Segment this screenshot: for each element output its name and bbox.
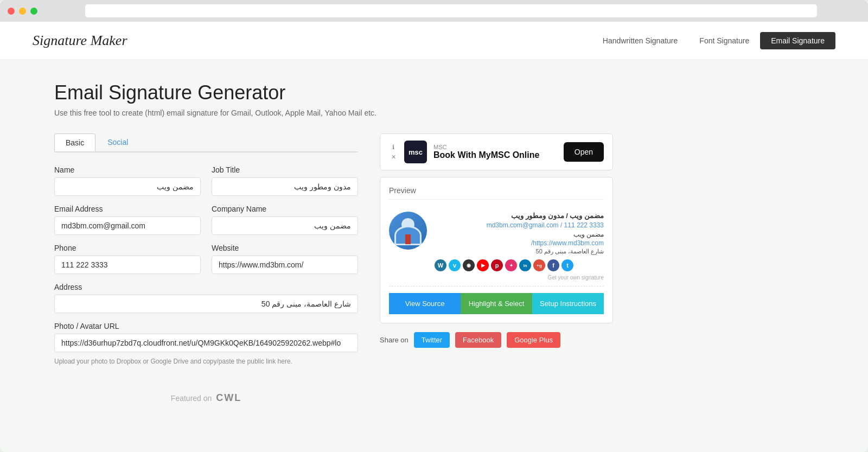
ad-text: MSC Book With MyMSC Online (433, 144, 557, 160)
setup-instructions-button[interactable]: Setup Instructions (532, 293, 604, 314)
signature-preview: مضمن ويب / مدون ومطور ويب md3bm.com@gmai… (389, 206, 604, 287)
sig-content: مضمن ويب / مدون ومطور ويب md3bm.com@gmai… (389, 212, 604, 281)
share-gplus-button[interactable]: Google Plus (507, 332, 560, 348)
social-youtube-icon[interactable]: ▶ (477, 259, 489, 271)
social-github-icon[interactable]: ◉ (463, 259, 475, 271)
featured-logo: CWL (216, 392, 241, 403)
ad-open-button[interactable]: Open (564, 142, 604, 162)
form-group-email: Email Address (54, 205, 201, 235)
sig-website: https://www.md3bm.com/ (435, 239, 604, 247)
main-layout: Basic Social Name Job Title Email Addres… (54, 133, 814, 404)
phone-label: Phone (54, 244, 201, 252)
email-label: Email Address (54, 205, 201, 213)
preview-section: ℹ ✕ msc MSC Book With MyMSC Online Open … (380, 133, 613, 348)
photo-label: Photo / Avatar URL (54, 322, 358, 330)
page-title: Email Signature Generator (54, 81, 814, 104)
share-row: Share on Twitter Facebook Google Plus (380, 332, 613, 348)
name-input[interactable] (54, 177, 201, 196)
social-facebook-icon[interactable]: f (547, 259, 559, 271)
close-button[interactable] (8, 8, 15, 15)
logo: Signature Maker (33, 33, 592, 49)
sig-company: مضمن ويب (435, 231, 604, 238)
avatar (389, 212, 427, 250)
tab-social[interactable]: Social (97, 133, 139, 151)
featured-on: Featured on CWL (54, 392, 358, 404)
form-group-name: Name (54, 165, 201, 196)
sig-address: شارع العاصمة، مبنى رقم 50 (435, 248, 604, 255)
ad-banner: ℹ ✕ msc MSC Book With MyMSC Online Open (380, 133, 613, 170)
address-label: Address (54, 283, 358, 291)
featured-text: Featured on (171, 394, 212, 403)
form-group-website: Website (212, 244, 358, 274)
ad-info-icon[interactable]: ℹ (389, 143, 398, 151)
website-label: Website (212, 244, 358, 252)
social-linkedin-icon[interactable]: in (519, 259, 531, 271)
share-label: Share on (380, 336, 409, 344)
company-input[interactable] (212, 217, 358, 235)
page-subtitle: Use this free tool to create (html) emai… (54, 109, 814, 117)
view-source-button[interactable]: View Source (389, 293, 461, 314)
upload-hint: Upload your photo to Dropbox or Google D… (54, 358, 358, 365)
sig-own-signature: Get your own signature (435, 275, 604, 281)
ad-company: MSC (433, 144, 557, 150)
preview-label: Preview (389, 186, 604, 200)
minimize-button[interactable] (19, 8, 26, 15)
ad-logo: msc (404, 141, 427, 163)
company-label: Company Name (212, 205, 358, 213)
action-buttons: View Source Highlight & Select Setup Ins… (389, 293, 604, 314)
url-bar[interactable] (85, 4, 817, 17)
social-instagram-icon[interactable]: ✦ (505, 259, 517, 271)
social-pinterest-icon[interactable]: p (491, 259, 503, 271)
form-group-company: Company Name (212, 205, 358, 235)
form-grid: Name Job Title Email Address Company Nam… (54, 165, 358, 365)
sig-info: مضمن ويب / مدون ومطور ويب md3bm.com@gmai… (435, 212, 604, 281)
nav-links: Handwritten Signature Font Signature Ema… (592, 32, 835, 49)
tab-basic[interactable]: Basic (54, 133, 95, 151)
form-section: Basic Social Name Job Title Email Addres… (54, 133, 358, 404)
social-vimeo-icon[interactable]: v (449, 259, 461, 271)
name-label: Name (54, 165, 201, 174)
social-gplus-icon[interactable]: g+ (533, 259, 545, 271)
ad-title: Book With MyMSC Online (433, 150, 557, 160)
share-facebook-button[interactable]: Facebook (455, 332, 501, 348)
ad-icons: ℹ ✕ (389, 143, 398, 161)
ad-close-icon[interactable]: ✕ (389, 152, 398, 161)
social-twitter-icon[interactable]: t (561, 259, 573, 271)
sig-social-icons: t f g+ in ✦ p ▶ ◉ v W (435, 259, 604, 271)
tabs: Basic Social (54, 133, 358, 152)
share-twitter-button[interactable]: Twitter (414, 332, 450, 348)
top-nav: Signature Maker Handwritten Signature Fo… (0, 22, 868, 60)
form-group-job-title: Job Title (212, 165, 358, 196)
sig-name: مضمن ويب / مدون ومطور ويب (435, 212, 604, 220)
photo-input[interactable] (54, 334, 358, 352)
maximize-button[interactable] (30, 8, 37, 15)
preview-card: Preview مضمن ويب / مدون ومطور ويب md3bm.… (380, 177, 613, 323)
form-group-photo: Photo / Avatar URL Upload your photo to … (54, 322, 358, 365)
sig-email-phone: md3bm.com@gmail.com / 111 222 3333 (435, 221, 604, 229)
nav-email[interactable]: Email Signature (760, 32, 835, 49)
nav-handwritten[interactable]: Handwritten Signature (592, 32, 689, 49)
form-group-address: Address (54, 283, 358, 313)
phone-input[interactable] (54, 256, 201, 274)
job-title-label: Job Title (212, 165, 358, 174)
email-input[interactable] (54, 217, 201, 235)
website-input[interactable] (212, 256, 358, 274)
form-group-phone: Phone (54, 244, 201, 274)
page-body: Email Signature Generator Use this free … (0, 60, 868, 452)
job-title-input[interactable] (212, 177, 358, 196)
social-wordpress-icon[interactable]: W (435, 259, 446, 271)
address-input[interactable] (54, 295, 358, 313)
nav-font[interactable]: Font Signature (688, 32, 760, 49)
highlight-select-button[interactable]: Highlight & Select (461, 293, 532, 314)
